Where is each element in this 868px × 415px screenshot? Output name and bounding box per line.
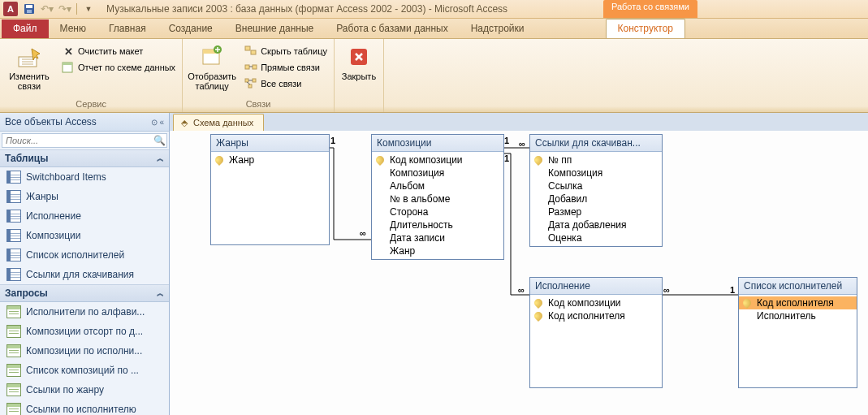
svg-rect-12 <box>253 65 257 69</box>
nav-query-item[interactable]: Ссылки по жанру <box>0 380 169 400</box>
table-icon <box>6 268 21 281</box>
schema-report-button[interactable]: Отчет по схеме данных <box>60 60 177 75</box>
nav-table-item[interactable]: Ссылки для скачивания <box>0 265 169 284</box>
table-field[interactable]: Исполнитель <box>739 309 857 322</box>
tab-menu[interactable]: Меню <box>49 19 97 38</box>
hide-table-icon <box>244 45 257 58</box>
nav-query-item[interactable]: Композиции по исполни... <box>0 341 169 361</box>
all-relations-button[interactable]: Все связи <box>243 76 329 91</box>
tab-home[interactable]: Главная <box>97 19 158 38</box>
edit-relations-button[interactable]: Изменить связи <box>5 41 54 91</box>
query-icon <box>6 364 21 377</box>
close-label: Закрыть <box>342 71 376 81</box>
rel-many: ∞ <box>360 228 366 238</box>
query-icon <box>6 383 21 396</box>
show-table-icon <box>199 44 225 70</box>
svg-rect-1 <box>26 5 32 8</box>
query-icon <box>6 305 21 318</box>
nav-group-tables[interactable]: Таблицы︽ <box>0 149 169 167</box>
tab-create[interactable]: Создание <box>158 19 224 38</box>
ribbon: Изменить связи ✕Очистить макет Отчет по … <box>0 39 868 113</box>
table-field[interactable]: Жанр <box>211 153 329 166</box>
svg-rect-10 <box>251 50 256 54</box>
nav-pane-header[interactable]: Все объекты Access ⊙ « <box>0 113 169 132</box>
table-genres[interactable]: Жанры Жанр <box>210 134 330 245</box>
table-field[interactable]: № пп <box>530 153 662 166</box>
direct-relations-button[interactable]: Прямые связи <box>243 60 329 75</box>
nav-query-item[interactable]: Ссылки по исполнителю <box>0 400 169 415</box>
nav-table-item[interactable]: Композиции <box>0 226 169 245</box>
table-field[interactable]: Альбом <box>372 179 503 192</box>
table-icon <box>6 171 21 184</box>
table-download-links[interactable]: Ссылки для скачиван... № ппКомпозицияСсы… <box>529 134 663 247</box>
ribbon-group-relations: Связи <box>188 99 329 110</box>
table-field[interactable]: Композиция <box>372 166 503 179</box>
nav-group-queries[interactable]: Запросы︽ <box>0 284 169 302</box>
close-button[interactable]: Закрыть <box>339 41 378 81</box>
hide-table-button[interactable]: Скрыть таблицу <box>243 44 329 58</box>
tab-external-data[interactable]: Внешние данные <box>224 19 326 38</box>
table-field[interactable]: Жанр <box>372 244 503 257</box>
title-bar: A ↶▾ ↷▾ ▼ Музыкальные записи 2003 : база… <box>0 0 868 19</box>
doc-tab-schema[interactable]: ⬘ Схема данных <box>173 114 264 131</box>
table-icon <box>6 229 21 242</box>
nav-table-item[interactable]: Switchboard Items <box>0 167 169 187</box>
tab-designer[interactable]: Конструктор <box>606 19 685 38</box>
rel-one: 1 <box>330 136 335 145</box>
tab-file[interactable]: Файл <box>2 19 49 38</box>
rel-many: ∞ <box>663 285 670 295</box>
table-field[interactable]: Длительность <box>372 218 503 231</box>
nav-search: 🔍 <box>2 133 167 148</box>
table-field[interactable]: Ссылка <box>530 179 662 192</box>
table-field[interactable]: Код исполнителя <box>530 309 662 322</box>
table-compositions[interactable]: Композиции Код композицииКомпозицияАльбо… <box>371 134 504 260</box>
all-relations-icon <box>244 77 257 90</box>
table-icon <box>6 190 21 203</box>
table-field[interactable]: Добавил <box>530 192 662 205</box>
direct-relations-icon <box>244 61 257 74</box>
search-input[interactable] <box>2 134 152 147</box>
table-field[interactable]: Код композиции <box>530 296 662 309</box>
query-icon <box>6 403 21 415</box>
show-table-button[interactable]: Отобразить таблицу <box>188 41 236 91</box>
undo-icon[interactable]: ↶▾ <box>39 2 55 16</box>
nav-table-item[interactable]: Список исполнителей <box>0 245 169 265</box>
tab-addins[interactable]: Надстройки <box>460 19 536 38</box>
chevron-up-icon: ︽ <box>157 288 164 299</box>
nav-query-item[interactable]: Композиции отсорт по д... <box>0 322 169 341</box>
ribbon-tabs: Файл Меню Главная Создание Внешние данны… <box>0 19 868 39</box>
table-performance[interactable]: Исполнение Код композицииКод исполнителя <box>529 277 663 388</box>
clear-layout-button[interactable]: ✕Очистить макет <box>60 44 177 58</box>
table-field[interactable]: Размер <box>530 205 662 218</box>
table-field[interactable]: Оценка <box>530 231 662 244</box>
schema-report-icon <box>62 61 75 74</box>
table-field[interactable]: Дата записи <box>372 231 503 244</box>
contextual-tab-header: Работа со связями <box>603 0 697 18</box>
table-field[interactable]: Композиция <box>530 166 662 179</box>
table-artists[interactable]: Список исполнителей Код исполнителяИспол… <box>738 277 857 388</box>
nav-dropdown-icon[interactable]: ⊙ « <box>151 118 164 127</box>
query-icon <box>6 325 21 338</box>
nav-table-item[interactable]: Исполнение <box>0 206 169 226</box>
nav-table-item[interactable]: Жанры <box>0 187 169 206</box>
redo-icon[interactable]: ↷▾ <box>57 2 73 16</box>
qat-customize-icon[interactable]: ▼ <box>80 2 97 16</box>
clear-layout-icon: ✕ <box>62 45 75 58</box>
save-icon[interactable] <box>21 2 37 16</box>
chevron-up-icon: ︽ <box>157 153 164 164</box>
table-field[interactable]: № в альбоме <box>372 192 503 205</box>
table-field[interactable]: Дата добавления <box>530 218 662 231</box>
table-icon <box>6 210 21 223</box>
nav-query-item[interactable]: Исполнители по алфави... <box>0 302 169 322</box>
svg-rect-14 <box>253 79 256 82</box>
table-field[interactable]: Код композиции <box>372 153 503 166</box>
relationships-canvas[interactable]: 1 ∞ 1 ∞ 1 ∞ ∞ 1 Жанры Жанр Композиции Ко… <box>170 131 868 415</box>
svg-rect-9 <box>245 46 250 50</box>
tab-db-tools[interactable]: Работа с базами данных <box>325 19 459 38</box>
svg-rect-13 <box>245 79 248 82</box>
rel-many: ∞ <box>519 139 525 149</box>
nav-query-item[interactable]: Список композиций по ... <box>0 361 169 380</box>
search-icon[interactable]: 🔍 <box>152 134 166 147</box>
table-field[interactable]: Код исполнителя <box>739 296 857 309</box>
table-field[interactable]: Сторона <box>372 205 503 218</box>
